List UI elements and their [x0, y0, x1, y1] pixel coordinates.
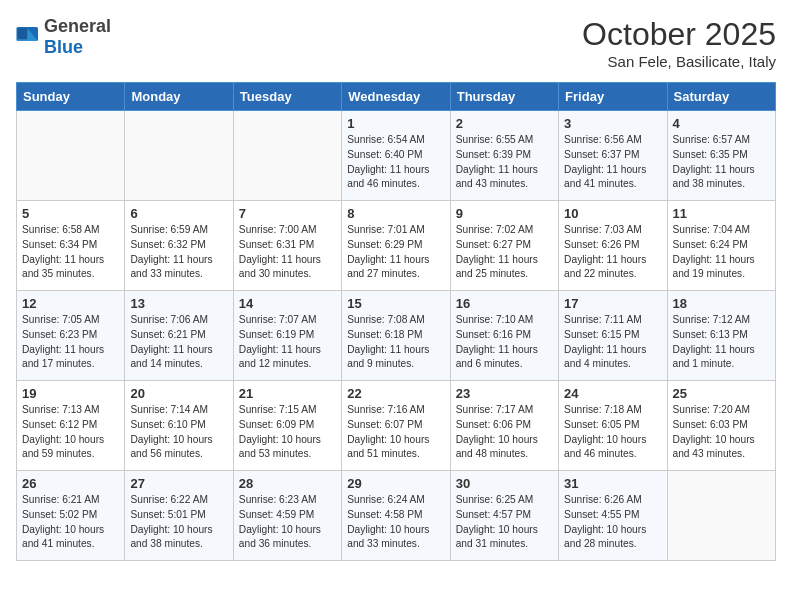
day-number: 6 — [130, 206, 227, 221]
day-number: 2 — [456, 116, 553, 131]
cell-content: Sunrise: 7:12 AMSunset: 6:13 PMDaylight:… — [673, 313, 770, 372]
page-header: General Blue October 2025 San Fele, Basi… — [16, 16, 776, 70]
calendar-cell: 29Sunrise: 6:24 AMSunset: 4:58 PMDayligh… — [342, 471, 450, 561]
calendar-cell: 23Sunrise: 7:17 AMSunset: 6:06 PMDayligh… — [450, 381, 558, 471]
calendar-title: October 2025 — [582, 16, 776, 53]
calendar-cell: 10Sunrise: 7:03 AMSunset: 6:26 PMDayligh… — [559, 201, 667, 291]
calendar-body: 1Sunrise: 6:54 AMSunset: 6:40 PMDaylight… — [17, 111, 776, 561]
calendar-cell: 5Sunrise: 6:58 AMSunset: 6:34 PMDaylight… — [17, 201, 125, 291]
day-number: 13 — [130, 296, 227, 311]
cell-content: Sunrise: 6:56 AMSunset: 6:37 PMDaylight:… — [564, 133, 661, 192]
weekday-header-row: SundayMondayTuesdayWednesdayThursdayFrid… — [17, 83, 776, 111]
calendar-cell: 24Sunrise: 7:18 AMSunset: 6:05 PMDayligh… — [559, 381, 667, 471]
calendar-cell: 17Sunrise: 7:11 AMSunset: 6:15 PMDayligh… — [559, 291, 667, 381]
day-number: 3 — [564, 116, 661, 131]
cell-content: Sunrise: 7:02 AMSunset: 6:27 PMDaylight:… — [456, 223, 553, 282]
calendar-cell: 7Sunrise: 7:00 AMSunset: 6:31 PMDaylight… — [233, 201, 341, 291]
calendar-week-row: 19Sunrise: 7:13 AMSunset: 6:12 PMDayligh… — [17, 381, 776, 471]
logo-icon — [16, 27, 40, 47]
calendar-cell: 2Sunrise: 6:55 AMSunset: 6:39 PMDaylight… — [450, 111, 558, 201]
calendar-week-row: 26Sunrise: 6:21 AMSunset: 5:02 PMDayligh… — [17, 471, 776, 561]
day-number: 17 — [564, 296, 661, 311]
svg-rect-2 — [18, 29, 27, 40]
cell-content: Sunrise: 6:22 AMSunset: 5:01 PMDaylight:… — [130, 493, 227, 552]
calendar-cell: 30Sunrise: 6:25 AMSunset: 4:57 PMDayligh… — [450, 471, 558, 561]
day-number: 20 — [130, 386, 227, 401]
day-number: 9 — [456, 206, 553, 221]
cell-content: Sunrise: 6:54 AMSunset: 6:40 PMDaylight:… — [347, 133, 444, 192]
calendar-cell: 12Sunrise: 7:05 AMSunset: 6:23 PMDayligh… — [17, 291, 125, 381]
calendar-cell: 4Sunrise: 6:57 AMSunset: 6:35 PMDaylight… — [667, 111, 775, 201]
cell-content: Sunrise: 6:55 AMSunset: 6:39 PMDaylight:… — [456, 133, 553, 192]
cell-content: Sunrise: 6:58 AMSunset: 6:34 PMDaylight:… — [22, 223, 119, 282]
day-number: 27 — [130, 476, 227, 491]
day-number: 29 — [347, 476, 444, 491]
day-number: 22 — [347, 386, 444, 401]
calendar-cell: 15Sunrise: 7:08 AMSunset: 6:18 PMDayligh… — [342, 291, 450, 381]
cell-content: Sunrise: 7:13 AMSunset: 6:12 PMDaylight:… — [22, 403, 119, 462]
cell-content: Sunrise: 7:08 AMSunset: 6:18 PMDaylight:… — [347, 313, 444, 372]
calendar-cell: 11Sunrise: 7:04 AMSunset: 6:24 PMDayligh… — [667, 201, 775, 291]
day-number: 12 — [22, 296, 119, 311]
cell-content: Sunrise: 6:21 AMSunset: 5:02 PMDaylight:… — [22, 493, 119, 552]
weekday-header: Wednesday — [342, 83, 450, 111]
logo-general: General — [44, 16, 111, 36]
cell-content: Sunrise: 6:26 AMSunset: 4:55 PMDaylight:… — [564, 493, 661, 552]
day-number: 28 — [239, 476, 336, 491]
calendar-cell: 22Sunrise: 7:16 AMSunset: 6:07 PMDayligh… — [342, 381, 450, 471]
day-number: 16 — [456, 296, 553, 311]
calendar-subtitle: San Fele, Basilicate, Italy — [582, 53, 776, 70]
calendar-cell: 8Sunrise: 7:01 AMSunset: 6:29 PMDaylight… — [342, 201, 450, 291]
day-number: 25 — [673, 386, 770, 401]
cell-content: Sunrise: 7:00 AMSunset: 6:31 PMDaylight:… — [239, 223, 336, 282]
calendar-week-row: 5Sunrise: 6:58 AMSunset: 6:34 PMDaylight… — [17, 201, 776, 291]
cell-content: Sunrise: 7:03 AMSunset: 6:26 PMDaylight:… — [564, 223, 661, 282]
calendar-cell: 14Sunrise: 7:07 AMSunset: 6:19 PMDayligh… — [233, 291, 341, 381]
day-number: 11 — [673, 206, 770, 221]
weekday-header: Tuesday — [233, 83, 341, 111]
cell-content: Sunrise: 7:15 AMSunset: 6:09 PMDaylight:… — [239, 403, 336, 462]
calendar-cell: 16Sunrise: 7:10 AMSunset: 6:16 PMDayligh… — [450, 291, 558, 381]
day-number: 24 — [564, 386, 661, 401]
cell-content: Sunrise: 6:59 AMSunset: 6:32 PMDaylight:… — [130, 223, 227, 282]
calendar-cell: 6Sunrise: 6:59 AMSunset: 6:32 PMDaylight… — [125, 201, 233, 291]
day-number: 5 — [22, 206, 119, 221]
cell-content: Sunrise: 6:25 AMSunset: 4:57 PMDaylight:… — [456, 493, 553, 552]
day-number: 23 — [456, 386, 553, 401]
cell-content: Sunrise: 7:20 AMSunset: 6:03 PMDaylight:… — [673, 403, 770, 462]
calendar-table: SundayMondayTuesdayWednesdayThursdayFrid… — [16, 82, 776, 561]
calendar-cell: 28Sunrise: 6:23 AMSunset: 4:59 PMDayligh… — [233, 471, 341, 561]
day-number: 21 — [239, 386, 336, 401]
calendar-week-row: 12Sunrise: 7:05 AMSunset: 6:23 PMDayligh… — [17, 291, 776, 381]
calendar-cell: 31Sunrise: 6:26 AMSunset: 4:55 PMDayligh… — [559, 471, 667, 561]
calendar-cell: 21Sunrise: 7:15 AMSunset: 6:09 PMDayligh… — [233, 381, 341, 471]
calendar-cell — [667, 471, 775, 561]
calendar-cell: 19Sunrise: 7:13 AMSunset: 6:12 PMDayligh… — [17, 381, 125, 471]
cell-content: Sunrise: 7:10 AMSunset: 6:16 PMDaylight:… — [456, 313, 553, 372]
calendar-cell: 3Sunrise: 6:56 AMSunset: 6:37 PMDaylight… — [559, 111, 667, 201]
cell-content: Sunrise: 7:07 AMSunset: 6:19 PMDaylight:… — [239, 313, 336, 372]
cell-content: Sunrise: 7:06 AMSunset: 6:21 PMDaylight:… — [130, 313, 227, 372]
weekday-header: Monday — [125, 83, 233, 111]
calendar-cell: 9Sunrise: 7:02 AMSunset: 6:27 PMDaylight… — [450, 201, 558, 291]
calendar-cell: 25Sunrise: 7:20 AMSunset: 6:03 PMDayligh… — [667, 381, 775, 471]
cell-content: Sunrise: 7:17 AMSunset: 6:06 PMDaylight:… — [456, 403, 553, 462]
day-number: 18 — [673, 296, 770, 311]
weekday-header: Saturday — [667, 83, 775, 111]
cell-content: Sunrise: 7:18 AMSunset: 6:05 PMDaylight:… — [564, 403, 661, 462]
calendar-cell — [17, 111, 125, 201]
day-number: 10 — [564, 206, 661, 221]
cell-content: Sunrise: 6:23 AMSunset: 4:59 PMDaylight:… — [239, 493, 336, 552]
calendar-cell: 18Sunrise: 7:12 AMSunset: 6:13 PMDayligh… — [667, 291, 775, 381]
calendar-cell — [125, 111, 233, 201]
logo: General Blue — [16, 16, 111, 58]
day-number: 15 — [347, 296, 444, 311]
cell-content: Sunrise: 6:24 AMSunset: 4:58 PMDaylight:… — [347, 493, 444, 552]
cell-content: Sunrise: 7:11 AMSunset: 6:15 PMDaylight:… — [564, 313, 661, 372]
day-number: 14 — [239, 296, 336, 311]
logo-blue: Blue — [44, 37, 83, 57]
calendar-cell — [233, 111, 341, 201]
cell-content: Sunrise: 7:04 AMSunset: 6:24 PMDaylight:… — [673, 223, 770, 282]
cell-content: Sunrise: 7:16 AMSunset: 6:07 PMDaylight:… — [347, 403, 444, 462]
cell-content: Sunrise: 7:14 AMSunset: 6:10 PMDaylight:… — [130, 403, 227, 462]
